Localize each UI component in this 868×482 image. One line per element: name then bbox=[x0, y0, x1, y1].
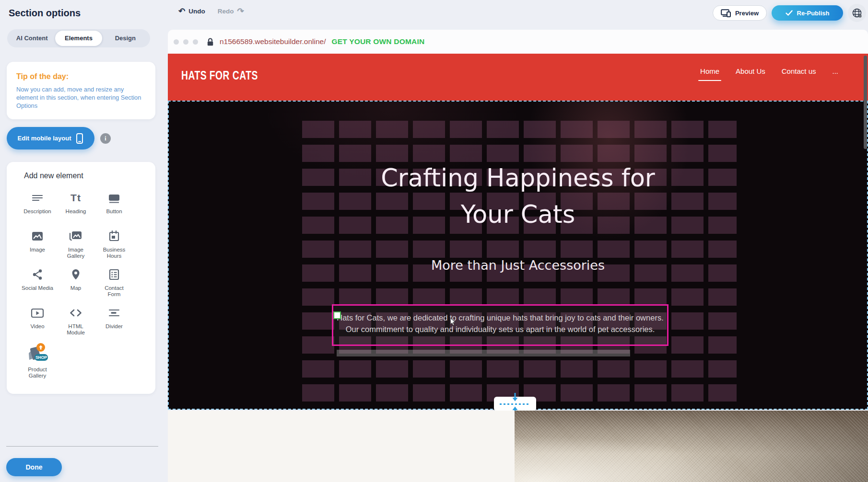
site-url[interactable]: n1566589.websitebuilder.online/ bbox=[220, 37, 326, 46]
window-dots bbox=[174, 39, 198, 45]
add-element-title: Add new element bbox=[24, 172, 83, 180]
tab-ai-content[interactable]: AI Content bbox=[9, 31, 55, 46]
element-description[interactable]: Description bbox=[18, 190, 57, 221]
devices-icon bbox=[721, 9, 731, 17]
site-logo[interactable]: HATS FOR CATS bbox=[181, 68, 258, 82]
selected-text-element[interactable]: Hats for Cats, we are dedicated to craft… bbox=[332, 304, 669, 346]
html-code-icon bbox=[69, 305, 83, 321]
undo-icon: ↶ bbox=[178, 7, 185, 15]
map-pin-icon bbox=[69, 266, 82, 283]
info-icon[interactable]: i bbox=[100, 133, 111, 144]
button-icon bbox=[107, 190, 121, 206]
element-contact-form[interactable]: Contact Form bbox=[95, 266, 133, 298]
site-nav: Home About Us Contact us ... bbox=[700, 67, 838, 81]
scrollbar-thumb[interactable] bbox=[864, 56, 867, 149]
redo-icon: ↷ bbox=[237, 7, 244, 15]
business-hours-icon bbox=[107, 228, 121, 244]
add-element-panel: Add new element Description Tt Heading B… bbox=[7, 162, 155, 394]
language-globe-button[interactable] bbox=[848, 4, 866, 22]
get-domain-link[interactable]: GET YOUR OWN DOMAIN bbox=[331, 37, 424, 46]
video-icon bbox=[30, 305, 45, 321]
element-map[interactable]: Map bbox=[57, 266, 95, 298]
tip-of-the-day-card: Tip of the day: Now you can add, move an… bbox=[7, 62, 155, 119]
browser-address-bar[interactable]: n1566589.websitebuilder.online/ GET YOUR… bbox=[168, 30, 868, 54]
section-resize-handle[interactable] bbox=[494, 397, 536, 411]
element-anchor-handle[interactable] bbox=[333, 311, 341, 319]
nav-home[interactable]: Home bbox=[700, 67, 719, 81]
product-gallery-icon: SHOP bbox=[25, 343, 50, 364]
element-image[interactable]: Image bbox=[18, 228, 57, 259]
next-section-area[interactable] bbox=[168, 411, 868, 482]
check-icon bbox=[786, 10, 793, 16]
undo-button[interactable]: ↶ Undo bbox=[178, 7, 205, 15]
edit-mobile-label: Edit mobile layout bbox=[18, 135, 71, 142]
hero-heading[interactable]: Crafting Happiness for Your Cats bbox=[169, 160, 867, 233]
mouse-cursor bbox=[450, 318, 457, 326]
heading-icon: Tt bbox=[70, 190, 81, 206]
edit-mobile-layout-button[interactable]: Edit mobile layout bbox=[7, 127, 94, 149]
element-html-module[interactable]: HTML Module bbox=[57, 305, 95, 336]
hero-body-line1: Hats for Cats, we are dedicated to craft… bbox=[333, 312, 667, 323]
nav-about-us[interactable]: About Us bbox=[736, 67, 765, 81]
element-social-media[interactable]: Social Media bbox=[18, 266, 57, 298]
element-video[interactable]: Video bbox=[18, 305, 57, 336]
nav-more-ellipsis[interactable]: ... bbox=[832, 67, 838, 81]
element-business-hours[interactable]: Business Hours bbox=[95, 228, 133, 259]
image-icon bbox=[31, 228, 44, 244]
element-divider[interactable]: Divider bbox=[95, 305, 133, 336]
description-icon bbox=[31, 190, 44, 206]
pavement-photo bbox=[515, 411, 868, 482]
social-media-icon bbox=[31, 266, 44, 283]
redo-button[interactable]: Redo ↷ bbox=[218, 7, 244, 15]
panel-tabs: AI Content Elements Design bbox=[7, 29, 150, 47]
done-button[interactable]: Done bbox=[6, 458, 62, 476]
element-image-gallery[interactable]: Image Gallery bbox=[57, 228, 95, 259]
republish-button[interactable]: Re-Publish bbox=[772, 5, 843, 21]
preview-button[interactable]: Preview bbox=[713, 5, 767, 21]
element-grid: Description Tt Heading Button Image bbox=[18, 190, 133, 374]
history-controls: ↶ Undo Redo ↷ bbox=[178, 7, 244, 15]
globe-icon bbox=[852, 8, 862, 18]
element-ghost-bar bbox=[337, 350, 630, 356]
element-heading[interactable]: Tt Heading bbox=[57, 190, 95, 221]
tip-body: Now you can add, move and resize any ele… bbox=[16, 85, 146, 110]
hero-section[interactable]: Crafting Happiness for Your Cats More th… bbox=[168, 101, 868, 410]
nav-contact-us[interactable]: Contact us bbox=[782, 67, 816, 81]
svg-text:SHOP: SHOP bbox=[35, 355, 47, 360]
tab-elements[interactable]: Elements bbox=[55, 31, 102, 46]
app-root: Section options AI Content Elements Desi… bbox=[0, 0, 868, 482]
site-header: HATS FOR CATS Home About Us Contact us .… bbox=[168, 54, 868, 101]
tab-design[interactable]: Design bbox=[102, 31, 149, 46]
divider-icon bbox=[107, 305, 121, 321]
phone-icon bbox=[76, 133, 83, 144]
page-title: Section options bbox=[9, 8, 81, 19]
hero-subheading[interactable]: More than Just Accessories bbox=[169, 258, 867, 273]
image-gallery-icon bbox=[69, 228, 83, 244]
hero-body-line2: Our commitment to quality and individual… bbox=[333, 323, 667, 335]
element-product-gallery[interactable]: SHOP Product Gallery bbox=[18, 343, 57, 374]
lock-icon bbox=[207, 37, 214, 46]
element-button[interactable]: Button bbox=[95, 190, 133, 221]
tip-title: Tip of the day: bbox=[16, 72, 146, 81]
contact-form-icon bbox=[107, 266, 121, 283]
sidebar-divider bbox=[6, 446, 158, 447]
